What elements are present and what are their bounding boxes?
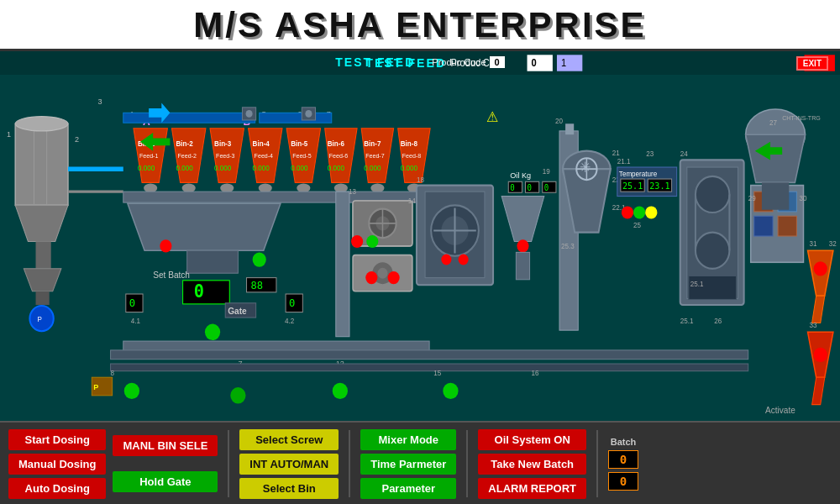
svg-text:Temperature: Temperature [619,170,658,178]
select-bin-button[interactable]: Select Bin [239,478,339,499]
svg-text:31: 31 [810,239,817,248]
svg-point-110 [377,268,387,279]
svg-text:Bin-2: Bin-2 [176,139,194,148]
svg-text:Set Batch: Set Batch [153,270,190,279]
control-panel: Start Dosing Manual Dosing Auto Dosing M… [0,421,840,504]
separator-3 [466,430,468,497]
svg-point-191 [230,387,245,403]
svg-text:P: P [38,315,43,323]
mixer-controls: Mixer Mode Time Parmeter Parameter [360,429,456,499]
svg-text:Bin-6: Bin-6 [328,139,345,148]
svg-point-196 [366,235,378,248]
svg-text:19: 19 [543,166,550,175]
test-feed-label: TEST FEED [335,55,415,69]
svg-rect-32 [123,113,255,123]
int-auto-man-button[interactable]: INT AUTO/MAN [239,454,339,475]
svg-point-38 [305,110,312,118]
svg-text:32: 32 [829,239,837,248]
svg-point-163 [696,233,729,269]
svg-text:0: 0 [129,297,135,309]
manual-dosing-button[interactable]: Manual Dosing [8,454,106,475]
svg-text:26: 26 [714,316,722,324]
hold-gate-button[interactable]: Hold Gate [113,471,218,492]
auto-dosing-button[interactable]: Auto Dosing [8,478,106,499]
svg-text:Feed-8: Feed-8 [402,152,421,160]
svg-text:16: 16 [532,369,539,377]
svg-text:Bin-4: Bin-4 [253,139,270,148]
svg-rect-189 [111,364,748,371]
svg-text:Bin-8: Bin-8 [401,139,418,148]
svg-text:2: 2 [75,134,79,144]
separator-4 [596,430,598,497]
svg-text:13: 13 [349,187,356,196]
svg-text:0.000: 0.000 [214,164,232,172]
svg-marker-80 [128,203,281,250]
time-parameter-button[interactable]: Time Parmeter [360,454,456,475]
svg-text:21.1: 21.1 [617,156,631,165]
batch-display-area: Batch 0 0 [608,437,638,491]
batch-label: Batch [611,437,637,447]
alarm-report-button[interactable]: ALARM REPORT [478,478,586,499]
svg-rect-176 [754,216,773,236]
svg-text:Activate: Activate [765,406,795,415]
svg-point-190 [124,383,139,399]
svg-point-122 [459,255,469,265]
svg-rect-199 [762,182,789,209]
svg-point-193 [443,383,458,399]
svg-text:25.3: 25.3 [561,242,575,250]
svg-text:88: 88 [251,278,264,291]
svg-text:29: 29 [748,194,756,202]
svg-text:1: 1 [7,129,11,139]
svg-point-97 [205,324,220,340]
svg-text:25: 25 [633,221,641,229]
svg-text:0.000: 0.000 [138,164,155,172]
take-new-batch-button[interactable]: Take New Batch [478,454,586,475]
oil-controls: Oil System ON Take New Batch ALARM REPOR… [478,429,586,499]
svg-text:30: 30 [799,194,806,202]
main-title: M/S ASHA ENTERPRISE [0,5,840,45]
svg-text:4.2: 4.2 [285,316,295,324]
svg-text:Feed-2: Feed-2 [178,152,197,160]
svg-point-157 [633,206,645,218]
start-dosing-button[interactable]: Start Dosing [8,429,106,450]
svg-text:18: 18 [417,176,424,184]
manl-bin-sele-button[interactable]: MANL BIN SELE [113,435,218,456]
svg-rect-188 [111,350,748,360]
svg-point-83 [160,239,171,252]
svg-text:4.1: 4.1 [131,316,141,324]
svg-point-184 [814,348,827,362]
svg-marker-198 [746,134,806,182]
svg-rect-85 [183,281,230,304]
svg-text:Feed-3: Feed-3 [216,152,234,160]
select-screw-button[interactable]: Select Screw [239,429,339,450]
svg-text:Bin-3: Bin-3 [214,139,232,148]
svg-text:33: 33 [810,321,817,329]
svg-rect-101 [336,192,349,337]
separator-2 [349,430,350,497]
svg-rect-20 [15,123,68,205]
exit-button[interactable]: EXIT [796,56,828,71]
svg-text:Feed-6: Feed-6 [329,152,348,160]
produc-code-label: Produc Code [432,57,486,67]
title-bar: M/S ASHA ENTERPRISE [0,0,840,51]
parameter-button[interactable]: Parameter [360,478,456,499]
svg-text:25.1: 25.1 [622,181,643,191]
screw-controls: Select Screw INT AUTO/MAN Select Bin [239,429,339,499]
svg-rect-177 [778,216,796,236]
svg-point-121 [441,255,451,265]
scada-area: TEST FEED Produc Code 0 1 EXIT ⚠ 1 2 3 A… [0,51,840,421]
svg-text:P: P [93,382,98,391]
svg-text:23: 23 [646,150,654,158]
batch-val2: 0 [608,472,638,491]
svg-text:15: 15 [433,369,441,377]
svg-point-158 [645,206,657,218]
svg-text:Feed-4: Feed-4 [255,152,273,160]
svg-point-192 [333,383,348,399]
oil-system-on-button[interactable]: Oil System ON [478,429,586,450]
svg-text:Feed-1: Feed-1 [139,152,158,160]
svg-point-82 [253,252,266,266]
mixer-mode-button[interactable]: Mixer Mode [360,429,456,450]
svg-text:Feed-5: Feed-5 [292,152,311,160]
svg-text:0: 0 [194,281,204,302]
svg-point-162 [696,176,729,213]
